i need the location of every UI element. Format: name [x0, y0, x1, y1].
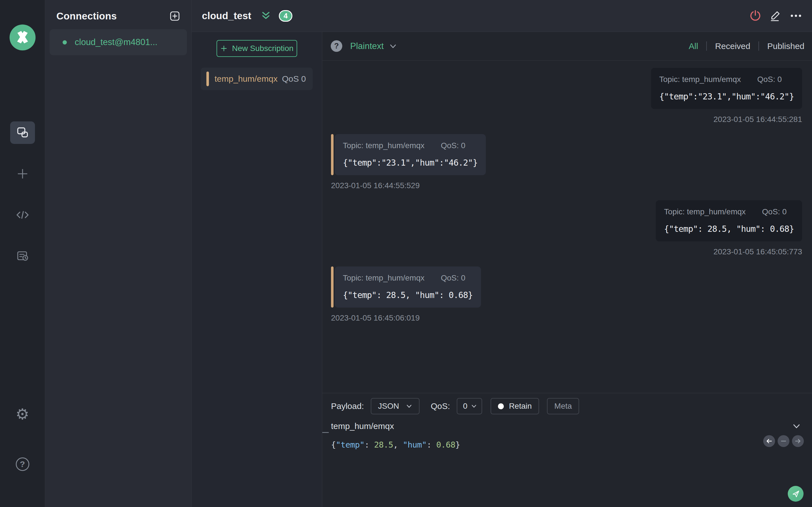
- history-prev-button[interactable]: [763, 435, 775, 447]
- message-card-row: Topic: temp_hum/emqx QoS: 0 {"temp":"23.…: [331, 134, 486, 175]
- more-options-button[interactable]: [789, 9, 803, 22]
- message-timestamp: 2023-01-05 16:45:05:773: [656, 247, 802, 256]
- meta-button[interactable]: Meta: [547, 398, 579, 414]
- send-button[interactable]: [788, 486, 804, 502]
- message-payload: {"temp":"23.1","hum":"46.2"}: [343, 158, 477, 168]
- message-topic: Topic: temp_hum/emqx: [664, 207, 746, 216]
- payload-token-punct: ,: [393, 440, 403, 450]
- message-card: Topic: temp_hum/emqx QoS: 0 {"temp": 28.…: [335, 267, 481, 307]
- qos-value: 0: [463, 402, 467, 411]
- nav-new-connection[interactable]: [10, 163, 35, 185]
- subscription-topic: temp_hum/emqx: [214, 74, 277, 83]
- history-nav: [763, 435, 804, 447]
- mqttx-logo: [9, 24, 36, 51]
- filter-received[interactable]: Received: [707, 41, 758, 51]
- messages-toolbar: ? Plaintext AllReceivedPublished: [322, 32, 812, 61]
- chevron-down-icon[interactable]: [791, 421, 802, 432]
- app-root: ⚙ ? Connections cloud_test@m4801...: [0, 0, 812, 507]
- arrow-left-icon: [765, 437, 773, 445]
- plus-square-icon: [169, 10, 181, 22]
- message-topic: Topic: temp_hum/emqx: [343, 141, 424, 150]
- messages-list: Topic: temp_hum/emqx QoS: 0 {"temp":"23.…: [322, 61, 812, 393]
- message-qos: QoS: 0: [762, 207, 786, 216]
- message-topic: Topic: temp_hum/emqx: [343, 274, 424, 283]
- page-title: cloud_test: [202, 10, 251, 21]
- message-card-row: Topic: temp_hum/emqx QoS: 0 {"temp":"23.…: [651, 68, 802, 109]
- message-block: Topic: temp_hum/emqx QoS: 0 {"temp":"23.…: [651, 68, 802, 124]
- message-card: Topic: temp_hum/emqx QoS: 0 {"temp":"23.…: [335, 134, 486, 175]
- message-filters: AllReceivedPublished: [680, 41, 805, 51]
- filter-published[interactable]: Published: [759, 41, 805, 51]
- message-card: Topic: temp_hum/emqx QoS: 0 {"temp":"23.…: [651, 68, 802, 109]
- sidebar-nav: [10, 121, 35, 267]
- nav-log[interactable]: [10, 245, 35, 267]
- publish-topic-row: temp_hum/emqx: [322, 414, 812, 432]
- retain-label: Retain: [509, 402, 532, 411]
- message-meta: Topic: temp_hum/emqx QoS: 0: [343, 141, 477, 150]
- message-meta: Topic: temp_hum/emqx QoS: 0: [659, 75, 794, 84]
- message-meta: Topic: temp_hum/emqx QoS: 0: [343, 274, 473, 283]
- main-header: cloud_test 4: [192, 0, 812, 32]
- message-qos: QoS: 0: [441, 141, 465, 150]
- chevron-down-icon: [405, 402, 413, 410]
- message-timestamp: 2023-01-05 16:44:55:529: [331, 181, 486, 190]
- header-actions: [749, 9, 803, 22]
- new-connection-icon: [15, 167, 30, 181]
- nav-connections[interactable]: [10, 121, 35, 144]
- message-item[interactable]: Topic: temp_hum/emqx QoS: 0 {"temp":"23.…: [331, 68, 802, 124]
- message-item[interactable]: Topic: temp_hum/emqx QoS: 0 {"temp":"23.…: [331, 134, 802, 190]
- message-card: Topic: temp_hum/emqx QoS: 0 {"temp": 28.…: [656, 200, 802, 241]
- log-icon: [16, 249, 29, 263]
- payload-token-punct: }: [455, 440, 460, 450]
- message-qos: QoS: 0: [757, 75, 782, 84]
- message-color-bar: [331, 134, 334, 175]
- payload-format-select[interactable]: JSON: [371, 398, 419, 414]
- format-help-icon[interactable]: ?: [331, 40, 342, 52]
- history-next-button[interactable]: [792, 435, 804, 447]
- meta-label: Meta: [554, 402, 572, 411]
- retain-dot-icon: [498, 403, 504, 409]
- payload-format-value: JSON: [378, 402, 399, 411]
- help-icon: ?: [16, 457, 29, 471]
- history-clear-button[interactable]: [777, 435, 790, 447]
- main-body: New Subscription temp_hum/emqx QoS 0 ? P…: [192, 32, 812, 507]
- resize-handle[interactable]: [322, 432, 329, 433]
- payload-format-selector[interactable]: Plaintext: [350, 41, 384, 51]
- message-timestamp: 2023-01-05 16:44:55:281: [651, 115, 802, 124]
- message-topic: Topic: temp_hum/emqx: [659, 75, 741, 84]
- nav-help[interactable]: ?: [10, 453, 35, 475]
- filter-all[interactable]: All: [680, 41, 706, 51]
- nav-script[interactable]: [10, 204, 35, 226]
- chevron-down-icon[interactable]: [388, 41, 398, 51]
- subscription-item[interactable]: temp_hum/emqx QoS 0: [201, 68, 313, 90]
- message-payload: {"temp": 28.5, "hum": 0.68}: [343, 290, 473, 300]
- payload-token-punct: :: [364, 440, 374, 450]
- new-subscription-label: New Subscription: [232, 44, 294, 53]
- new-subscription-button[interactable]: New Subscription: [216, 40, 297, 57]
- payload-editor[interactable]: {"temp": 28.5, "hum": 0.68}: [322, 432, 812, 450]
- payload-editor-line[interactable]: {"temp": 28.5, "hum": 0.68}: [331, 440, 801, 450]
- disconnect-button[interactable]: [749, 9, 762, 22]
- ellipsis-icon: [790, 9, 802, 22]
- arrow-right-icon: [794, 437, 802, 445]
- message-item[interactable]: Topic: temp_hum/emqx QoS: 0 {"temp": 28.…: [331, 267, 802, 323]
- message-card-row: Topic: temp_hum/emqx QoS: 0 {"temp": 28.…: [331, 267, 481, 307]
- edit-connection-button[interactable]: [769, 9, 782, 22]
- message-block: Topic: temp_hum/emqx QoS: 0 {"temp":"23.…: [331, 134, 486, 190]
- nav-settings[interactable]: ⚙: [10, 403, 35, 425]
- topic-input[interactable]: temp_hum/emqx: [331, 421, 394, 431]
- message-color-bar: [331, 267, 334, 307]
- message-item[interactable]: Topic: temp_hum/emqx QoS: 0 {"temp": 28.…: [331, 200, 802, 256]
- add-connection-button[interactable]: [169, 10, 181, 22]
- double-chevron-down-icon[interactable]: [260, 10, 271, 21]
- connection-list-item[interactable]: cloud_test@m4801...: [50, 29, 187, 55]
- publish-toolbar: Payload: JSON QoS: 0: [322, 393, 812, 414]
- message-card-row: Topic: temp_hum/emqx QoS: 0 {"temp": 28.…: [656, 200, 802, 241]
- message-payload: {"temp": 28.5, "hum": 0.68}: [664, 224, 794, 234]
- connection-name: cloud_test@m4801...: [75, 37, 157, 47]
- retain-toggle[interactable]: Retain: [491, 398, 539, 414]
- qos-select[interactable]: 0: [457, 398, 482, 414]
- connections-header: Connections: [45, 0, 192, 29]
- payload-token-punct: {: [331, 440, 336, 450]
- paper-plane-icon: [791, 489, 800, 498]
